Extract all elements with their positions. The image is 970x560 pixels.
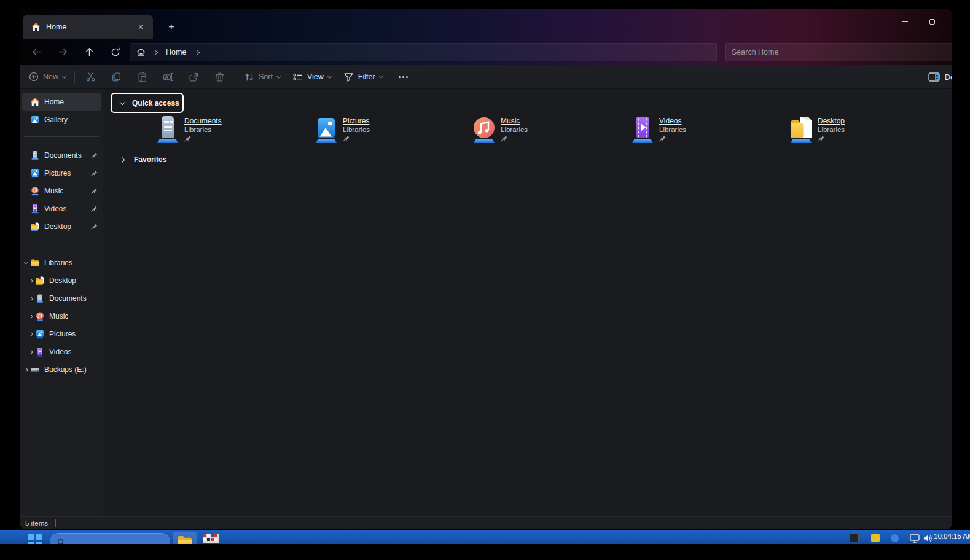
sidebar-item-home[interactable]: Home [22,93,101,111]
chevron-right-icon[interactable] [28,332,33,336]
tray-app-icon[interactable] [891,534,899,542]
sidebar-item-pictures[interactable]: Pictures [22,165,101,182]
svg-text:A: A [165,75,168,79]
sidebar-item-music[interactable]: Music [22,182,101,200]
sidebar-item-label: Documents [44,151,82,160]
item-name[interactable]: Desktop [818,117,845,125]
sidebar-item-libraries-videos[interactable]: Videos [22,343,101,360]
music-library-icon [471,115,497,145]
tab-home[interactable]: Home × [23,15,153,39]
item-location[interactable]: Libraries [501,125,528,134]
drive-icon [30,365,40,375]
rename-button[interactable]: A [155,65,181,88]
paste-button[interactable] [129,65,155,88]
item-name[interactable]: Documents [184,117,222,125]
share-icon [189,72,199,82]
taskbar-search-box[interactable] [50,533,170,544]
chevron-right-icon[interactable] [28,296,33,300]
quick-access-item-music[interactable]: Music Libraries [471,115,625,145]
music-library-icon [35,311,45,321]
sidebar-item-label: Documents [49,294,87,303]
home-icon [30,97,40,107]
sidebar-item-gallery[interactable]: Gallery [22,111,101,128]
refresh-button[interactable] [105,43,126,61]
breadcrumb[interactable]: Home [130,43,717,61]
details-pane-toggle[interactable]: Details [928,65,952,89]
sidebar-item-libraries-desktop[interactable]: Desktop [22,272,101,289]
quick-access-item-videos[interactable]: Videos Libraries [630,115,783,145]
breadcrumb-home-icon[interactable] [136,48,146,57]
chevron-right-icon[interactable] [23,367,28,371]
filter-button[interactable]: Filter [337,65,389,88]
chevron-right-icon[interactable] [119,157,125,163]
quick-access-item-desktop[interactable]: Desktop Libraries [788,115,942,145]
sidebar-item-videos[interactable]: Videos [22,200,101,217]
details-label: Details [945,73,952,82]
sidebar-item-backups-drive[interactable]: Backups (E:) [22,361,101,378]
section-quick-access[interactable]: Quick access [111,93,184,113]
documents-library-icon [30,150,40,160]
search-input[interactable]: Search Home [725,43,952,61]
back-button[interactable] [26,43,47,61]
quick-access-item-pictures[interactable]: Pictures Libraries [313,115,467,145]
sidebar-item-libraries-music[interactable]: Music [22,308,101,325]
item-location[interactable]: Libraries [818,125,845,134]
tray-app-icon[interactable] [850,534,859,542]
breadcrumb-chevron-icon[interactable] [154,50,158,54]
sidebar-item-desktop[interactable]: Desktop [22,218,101,235]
taskbar-clock[interactable]: 10:04:15 AM [934,532,970,540]
tray-volume-icon[interactable] [923,534,932,542]
section-favorites[interactable]: Favorites [120,153,166,166]
chevron-down-icon[interactable] [120,99,126,105]
tab-close-icon[interactable]: × [135,21,147,33]
sidebar-item-label: Videos [44,204,66,213]
start-button[interactable] [28,534,43,544]
forward-button[interactable] [52,43,73,61]
up-button[interactable] [79,43,100,61]
items-view[interactable]: Quick access Documents Libraries Picture… [103,90,952,516]
delete-button[interactable] [206,65,232,88]
new-button[interactable]: New [23,65,72,88]
chevron-right-icon[interactable] [28,314,33,318]
toolbar-separator [74,71,75,83]
sidebar-divider [24,136,99,137]
sidebar-item-label: Music [44,187,63,195]
view-button[interactable]: View [286,65,337,88]
chevron-down-icon[interactable] [23,260,28,264]
pin-icon [91,152,98,159]
item-name[interactable]: Music [501,117,528,125]
breadcrumb-chevron-icon[interactable] [195,50,200,54]
minimize-button[interactable] [891,9,918,34]
more-options-button[interactable] [389,76,418,78]
command-bar: New A Sort View [20,65,952,89]
sidebar-item-libraries[interactable]: Libraries [22,254,101,271]
sidebar-item-documents[interactable]: Documents [22,147,101,164]
sort-button[interactable]: Sort [238,65,286,88]
new-tab-button[interactable]: + [163,19,180,35]
chevron-right-icon[interactable] [28,349,33,354]
item-name[interactable]: Videos [659,117,686,125]
sidebar-item-label: Videos [49,348,71,356]
item-name[interactable]: Pictures [343,117,370,125]
cut-button[interactable] [77,65,103,88]
breadcrumb-segment-home[interactable]: Home [166,48,186,56]
pin-icon [343,135,370,142]
details-pane-icon [928,72,940,82]
maximize-button[interactable] [918,9,945,34]
tray-app-icon[interactable] [871,534,880,542]
share-button[interactable] [181,65,206,88]
taskbar-file-explorer-button[interactable] [173,532,197,544]
item-location[interactable]: Libraries [659,125,686,134]
chevron-right-icon[interactable] [28,278,33,282]
documents-library-icon [155,115,181,145]
chevron-down-icon [276,74,281,78]
quick-access-item-documents[interactable]: Documents Libraries [155,115,308,145]
item-location[interactable]: Libraries [343,125,370,134]
copy-button[interactable] [103,65,129,88]
tray-display-icon[interactable] [910,534,920,543]
sidebar-item-libraries-pictures[interactable]: Pictures [22,325,101,343]
item-location[interactable]: Libraries [184,125,222,134]
pin-icon [501,135,528,142]
taskbar-app-button[interactable] [203,534,219,544]
sidebar-item-libraries-documents[interactable]: Documents [22,290,101,307]
